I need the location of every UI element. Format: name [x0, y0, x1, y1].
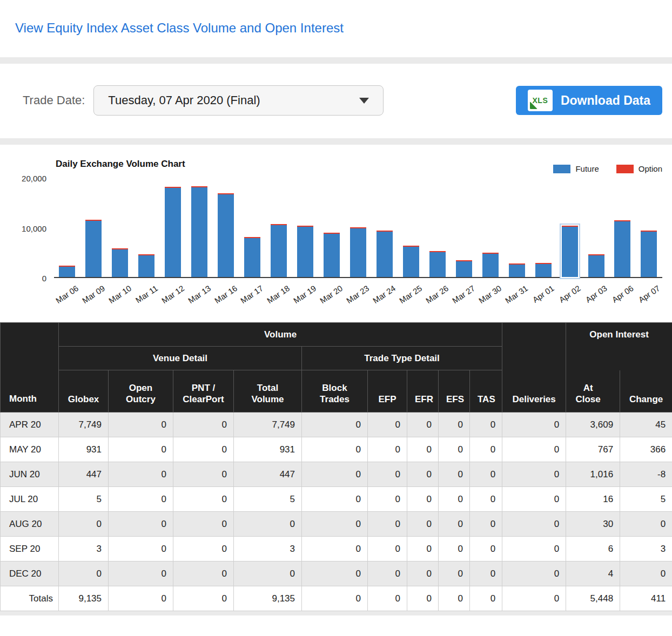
value-cell: 0	[368, 586, 407, 611]
value-cell: 0	[302, 586, 368, 611]
value-cell: 9,135	[234, 586, 302, 611]
col-header-deliveries: Deliveries	[502, 370, 566, 412]
value-cell: 0	[302, 437, 368, 462]
future-segment	[456, 261, 472, 277]
x-axis-label: Apr 07	[637, 283, 662, 305]
value-cell: 0	[173, 412, 234, 437]
value-cell: 0	[502, 487, 566, 512]
chart-bar-apr-06[interactable]	[609, 178, 636, 277]
x-axis-label: Mar 12	[160, 283, 186, 305]
value-cell: 0	[173, 561, 234, 586]
future-segment	[403, 247, 419, 277]
x-axis-label: Apr 02	[557, 283, 582, 305]
chart-bar-mar-30[interactable]	[477, 178, 503, 277]
chart-bar-mar-23[interactable]	[345, 178, 371, 277]
month-cell: DEC 20	[1, 561, 59, 586]
x-axis-label: Mar 06	[54, 283, 80, 305]
chart-bar-mar-19[interactable]	[292, 178, 319, 277]
table-row: APR 207,749007,7490000003,60945	[1, 412, 672, 437]
value-cell: 411	[620, 586, 672, 611]
chart-bar-apr-03[interactable]	[583, 178, 609, 277]
value-cell: 0	[173, 512, 234, 537]
value-cell: 16	[566, 487, 620, 512]
chart-legend: Future Option	[553, 164, 662, 173]
col-header-tas: TAS	[470, 370, 502, 412]
value-cell: 0	[470, 437, 502, 462]
chart-bar-mar-12[interactable]	[160, 178, 186, 277]
table-header: Month Volume Open Interest Venue Detail …	[1, 323, 672, 412]
table-row: JUL 205005000000165	[1, 487, 672, 512]
table-row: SEP 20300300000063	[1, 537, 672, 561]
xls-file-icon: XLS	[528, 90, 553, 111]
value-cell: 447	[59, 462, 109, 487]
chart-bar-mar-10[interactable]	[107, 178, 133, 277]
legend-item-option[interactable]: Option	[616, 164, 662, 173]
month-cell: Totals	[1, 586, 59, 611]
future-segment	[191, 187, 207, 277]
chart-bar-mar-16[interactable]	[213, 178, 239, 277]
chart-bar-mar-09[interactable]	[80, 178, 107, 277]
value-cell: 0	[439, 462, 470, 487]
future-segment	[588, 255, 604, 277]
future-segment	[244, 238, 260, 277]
chart-bar-mar-13[interactable]	[186, 178, 213, 277]
y-tick-label: 20,000	[22, 174, 46, 183]
trade-date-select[interactable]: Tuesday, 07 Apr 2020 (Final)	[93, 85, 384, 116]
value-cell: 0	[502, 586, 566, 611]
value-cell: 0	[470, 462, 502, 487]
value-cell: 6	[566, 537, 620, 561]
table-row: DEC 20000000000040	[1, 561, 672, 586]
chevron-down-icon	[359, 98, 369, 104]
table-row: AUG 200000000000300	[1, 512, 672, 537]
value-cell: 3	[59, 537, 109, 561]
value-cell: 0	[470, 512, 502, 537]
chart-bar-apr-01[interactable]	[530, 178, 556, 277]
x-axis-label: Apr 01	[531, 283, 556, 305]
chart-bar-mar-06[interactable]	[54, 178, 80, 277]
future-segment	[350, 228, 366, 277]
chart-bar-mar-24[interactable]	[371, 178, 398, 277]
chart-bar-mar-20[interactable]	[319, 178, 345, 277]
x-axis-label: Mar 26	[424, 283, 450, 305]
month-cell: AUG 20	[1, 512, 59, 537]
chart-bar-mar-11[interactable]	[133, 178, 160, 277]
value-cell: 0	[407, 586, 439, 611]
x-axis-label: Mar 23	[345, 283, 371, 305]
value-cell: 0	[109, 437, 173, 462]
value-cell: 7,749	[234, 412, 302, 437]
open-interest-header-spacer	[566, 347, 672, 370]
value-cell: 0	[439, 586, 470, 611]
value-cell: 0	[109, 537, 173, 561]
col-header-efp: EFP	[368, 370, 407, 412]
future-segment	[59, 267, 75, 277]
y-tick-label: 10,000	[22, 224, 46, 233]
chart-bar-mar-18[interactable]	[266, 178, 292, 277]
value-cell: 0	[407, 561, 439, 586]
value-cell: 9,135	[59, 586, 109, 611]
chart-bar-mar-31[interactable]	[503, 178, 530, 277]
chart-bar-apr-07[interactable]	[636, 178, 662, 277]
chart-bar-mar-26[interactable]	[424, 178, 451, 277]
trade-date-label: Trade Date:	[23, 93, 85, 107]
chart-bar-apr-02[interactable]	[556, 178, 583, 277]
value-cell: 0	[173, 437, 234, 462]
future-segment	[377, 232, 393, 277]
chart-bar-mar-17[interactable]	[239, 178, 266, 277]
value-cell: 0	[470, 412, 502, 437]
chart-section: Daily Exchange Volume Chart Future Optio…	[0, 145, 672, 319]
bottom-divider	[0, 611, 672, 615]
col-header-efr: EFR	[407, 370, 439, 412]
value-cell: 0	[109, 586, 173, 611]
chart-bar-mar-27[interactable]	[451, 178, 477, 277]
month-cell: JUN 20	[1, 462, 59, 487]
value-cell: 0	[234, 512, 302, 537]
legend-item-future[interactable]: Future	[553, 164, 599, 173]
value-cell: 45	[620, 412, 672, 437]
value-cell: 0	[109, 512, 173, 537]
month-cell: APR 20	[1, 412, 59, 437]
value-cell: 0	[109, 462, 173, 487]
future-segment	[482, 254, 499, 277]
download-data-button[interactable]: XLS Download Data	[516, 86, 662, 115]
chart-bar-mar-25[interactable]	[398, 178, 424, 277]
future-segment	[85, 221, 102, 277]
